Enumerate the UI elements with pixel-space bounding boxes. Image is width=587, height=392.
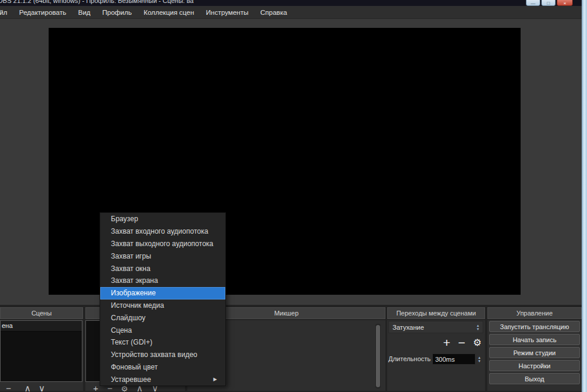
duration-spinbox[interactable]: 300ms ▴ ▾ (432, 353, 476, 365)
context-menu-item-game-capture[interactable]: Захват игры (100, 250, 225, 262)
spin-down-icon: ▾ (478, 359, 481, 363)
context-menu-item-window-capture[interactable]: Захват окна (100, 262, 225, 275)
minimize-icon: — (531, 1, 535, 6)
mixer-scrollbar[interactable] (375, 324, 381, 388)
menu-item-tools[interactable]: Инструменты (200, 9, 254, 16)
window-title: OBS 21.1.2 (64bit, windows) - Профиль: Б… (0, 0, 193, 4)
scenes-toolbar: + − ∧ ∨ (0, 384, 83, 392)
menu-item-scene-collection[interactable]: Коллекция сцен (138, 9, 200, 16)
transition-selected-value: Затухание (393, 324, 424, 331)
scenes-dock-body: ена + − ∧ ∨ (0, 320, 83, 391)
scenes-dock: Сцены ена + − ∧ ∨ (0, 305, 83, 392)
minimize-button[interactable]: — (526, 0, 540, 6)
transition-buttons: + − ⚙ (443, 335, 481, 349)
transitions-dock-title: Переходы между сценами (387, 307, 485, 319)
context-menu-item-video-capture-device[interactable]: Устройство захвата видео (100, 349, 225, 361)
add-source-button[interactable]: + (93, 384, 98, 392)
context-menu-item-text-gdi[interactable]: Текст (GDI+) (100, 336, 225, 349)
start-recording-button[interactable]: Начать запись (489, 334, 580, 345)
scene-list: ена (0, 320, 82, 382)
transitions-dock-body: Затухание ▴ ▾ + − ⚙ Длительность 300ms (387, 320, 485, 391)
scenes-dock-title: Сцены (0, 307, 83, 319)
obs-window: OBS 21.1.2 (64bit, windows) - Профиль: Б… (0, 0, 587, 392)
add-source-context-menu: Браузер Захват входного аудиопотока Захв… (100, 212, 226, 386)
spin-down-icon: ▾ (477, 327, 479, 331)
context-menu-item-display-capture[interactable]: Захват экрана (100, 275, 225, 287)
context-menu-item-scene[interactable]: Сцена (100, 324, 225, 336)
exit-button[interactable]: Выход (489, 373, 580, 384)
context-menu-item-slideshow[interactable]: Слайдшоу (100, 311, 225, 324)
submenu-arrow-icon: ▶ (213, 377, 217, 382)
menu-item-profile[interactable]: Профиль (97, 9, 138, 16)
menu-bar: Файл Редактировать Вид Профиль Коллекция… (0, 6, 582, 19)
controls-dock-title: Управление (487, 307, 582, 319)
context-menu-item-audio-input-capture[interactable]: Захват входного аудиопотока (100, 225, 225, 238)
transition-select[interactable]: Затухание ▴ ▾ (388, 321, 483, 333)
window-edge-strip (582, 0, 587, 392)
start-streaming-button[interactable]: Запустить трансляцию (489, 321, 580, 332)
menu-item-help[interactable]: Справка (254, 9, 293, 16)
transition-properties-gear-icon[interactable]: ⚙ (473, 336, 481, 349)
close-button[interactable]: × (557, 0, 573, 6)
remove-scene-button[interactable]: − (6, 384, 11, 392)
maximize-button[interactable]: □ (541, 0, 556, 6)
duration-spinner[interactable]: ▴ ▾ (476, 354, 483, 364)
context-menu-item-image[interactable]: Изображение (100, 287, 225, 299)
duration-value: 300ms (435, 356, 455, 363)
transition-select-spinner[interactable]: ▴ ▾ (473, 321, 483, 333)
mixer-scrollbar-thumb[interactable] (376, 325, 380, 387)
transitions-dock: Переходы между сценами Затухание ▴ ▾ + −… (387, 305, 485, 392)
title-bar: OBS 21.1.2 (64bit, windows) - Профиль: Б… (0, 0, 582, 6)
controls-dock: Управление Запустить трансляцию Начать з… (487, 305, 582, 392)
move-scene-down-button[interactable]: ∨ (39, 384, 45, 392)
studio-mode-button[interactable]: Режим студии (489, 347, 580, 358)
close-icon: × (563, 1, 566, 6)
controls-dock-body: Запустить трансляцию Начать запись Режим… (487, 320, 582, 391)
duration-label: Длительность (388, 355, 430, 362)
context-menu-item-deprecated[interactable]: Устаревшее ▶ (100, 373, 225, 385)
menu-item-view[interactable]: Вид (72, 9, 97, 16)
context-menu-item-media-source[interactable]: Источник медиа (100, 299, 225, 312)
menu-item-file[interactable]: Файл (0, 9, 13, 16)
maximize-icon: □ (547, 1, 550, 6)
add-transition-button[interactable]: + (443, 336, 450, 349)
menu-item-edit[interactable]: Редактировать (13, 9, 72, 16)
scene-list-item[interactable]: ена (1, 321, 82, 332)
move-scene-up-button[interactable]: ∧ (24, 384, 31, 392)
context-menu-item-audio-output-capture[interactable]: Захват выходного аудиопотока (100, 238, 225, 250)
remove-transition-button[interactable]: − (458, 336, 465, 349)
context-menu-item-color-source[interactable]: Фоновый цвет (100, 361, 225, 374)
deprecated-label: Устаревшее (111, 375, 151, 384)
dock-region: Сцены ена + − ∧ ∨ Источники + − (0, 305, 582, 392)
duration-row: Длительность 300ms ▴ ▾ (388, 353, 485, 365)
context-menu-item-browser[interactable]: Браузер (100, 213, 225, 225)
settings-button[interactable]: Настройки (489, 360, 580, 371)
